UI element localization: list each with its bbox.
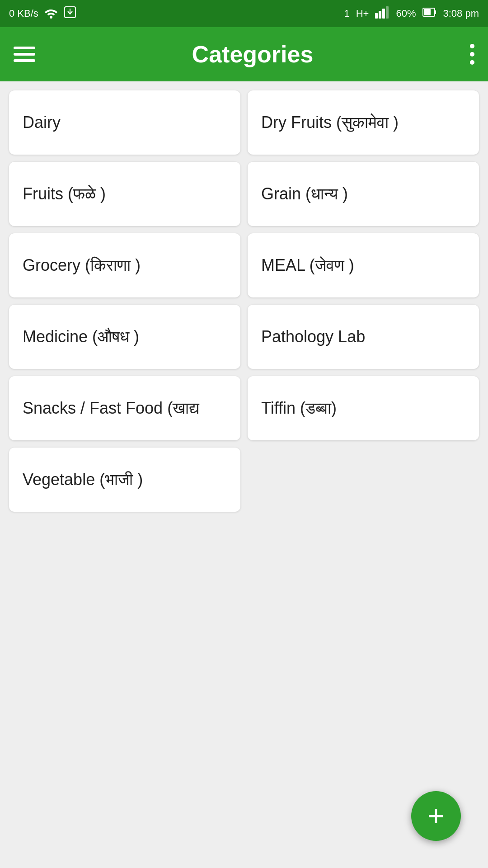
category-label: Pathology Lab bbox=[261, 327, 365, 346]
category-label: Medicine (औषध ) bbox=[23, 327, 139, 346]
time: 3:08 pm bbox=[443, 8, 479, 19]
svg-rect-3 bbox=[379, 11, 381, 19]
data-speed-text: 0 KB/s bbox=[9, 8, 38, 19]
category-card[interactable]: Tiffin (डब्बा) bbox=[248, 376, 479, 440]
category-card[interactable]: Grocery (किराणा ) bbox=[9, 233, 240, 297]
category-label: Snacks / Fast Food (खाद्य bbox=[23, 399, 199, 418]
page-title: Categories bbox=[192, 41, 314, 68]
category-card[interactable]: MEAL (जेवण ) bbox=[248, 233, 479, 297]
category-card[interactable]: Fruits (फळे ) bbox=[9, 162, 240, 226]
category-label: Vegetable (भाजी ) bbox=[23, 470, 143, 489]
network-type: H+ bbox=[356, 8, 369, 19]
category-label: Dry Fruits (सुकामेवा ) bbox=[261, 113, 399, 132]
svg-rect-8 bbox=[435, 10, 436, 14]
app-bar: Categories bbox=[0, 27, 488, 81]
plus-icon: + bbox=[427, 802, 444, 830]
category-label: Grain (धान्य ) bbox=[261, 184, 348, 203]
category-label: Dairy bbox=[23, 113, 61, 132]
category-card[interactable]: Snacks / Fast Food (खाद्य bbox=[9, 376, 240, 440]
category-card[interactable]: Dairy bbox=[9, 90, 240, 155]
status-bar-left: 0 KB/s bbox=[9, 6, 76, 21]
hamburger-menu-icon[interactable] bbox=[14, 47, 35, 62]
svg-rect-5 bbox=[386, 6, 389, 19]
category-label: MEAL (जेवण ) bbox=[261, 256, 354, 275]
status-bar-right: 1 H+ 60% 3:08 pm bbox=[344, 6, 479, 21]
battery-icon bbox=[422, 6, 437, 21]
battery-percent: 60% bbox=[396, 8, 416, 19]
svg-rect-4 bbox=[382, 9, 385, 19]
svg-rect-7 bbox=[424, 9, 431, 15]
category-card[interactable]: Pathology Lab bbox=[248, 305, 479, 369]
category-card[interactable]: Dry Fruits (सुकामेवा ) bbox=[248, 90, 479, 155]
category-label: Grocery (किराणा ) bbox=[23, 256, 141, 275]
category-card[interactable]: Medicine (औषध ) bbox=[9, 305, 240, 369]
wifi-icon bbox=[44, 6, 58, 21]
add-category-fab[interactable]: + bbox=[411, 791, 461, 841]
svg-rect-2 bbox=[375, 13, 378, 19]
category-card[interactable]: Vegetable (भाजी ) bbox=[9, 448, 240, 512]
signal-icon bbox=[375, 6, 389, 21]
category-card[interactable]: Grain (धान्य ) bbox=[248, 162, 479, 226]
sim-number: 1 bbox=[344, 8, 349, 19]
status-bar: 0 KB/s 1 H+ 60% bbox=[0, 0, 488, 27]
download-icon bbox=[64, 6, 76, 21]
category-label: Tiffin (डब्बा) bbox=[261, 399, 337, 418]
categories-grid: DairyDry Fruits (सुकामेवा )Fruits (फळे )… bbox=[0, 81, 488, 521]
more-options-icon[interactable] bbox=[470, 44, 474, 65]
category-label: Fruits (फळे ) bbox=[23, 184, 106, 203]
